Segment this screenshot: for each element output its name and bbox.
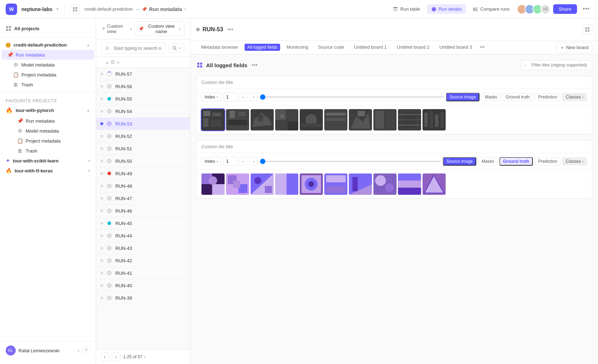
compare-runs-btn[interactable]: Compare runs [469, 4, 514, 14]
prev-img-1[interactable]: ‹ [238, 93, 247, 101]
image-thumb-2-2[interactable] [226, 173, 249, 195]
more-options-btn[interactable]: ••• [580, 4, 592, 14]
next-img-2[interactable]: › [249, 157, 258, 166]
next-img-1[interactable]: › [249, 93, 258, 101]
run-table-btn[interactable]: Run table [389, 4, 424, 14]
sidebar-item-fav1-trash[interactable]: 🗑 Trash [1, 146, 94, 156]
filter-tiles-input[interactable] [521, 60, 592, 70]
sidebar-item-fav1-model-metadata[interactable]: ⚙ Model metadata [1, 126, 94, 136]
tab-monitoring[interactable]: Monitoring [282, 41, 313, 54]
search-options-btn[interactable]: ▾ [168, 44, 184, 53]
sidebar-item-run-metadata[interactable]: 📌 Run metadata [1, 50, 94, 60]
tab-untitled-board-2[interactable]: Untitled board 2 [392, 41, 435, 54]
run-row[interactable]: RUN-54 [96, 105, 190, 118]
image-thumb-1-4[interactable] [275, 109, 298, 130]
run-row[interactable]: RUN-45 [96, 217, 190, 230]
classes-dropdown-2[interactable]: Classes ▾ [562, 157, 587, 165]
source-image-tag-2[interactable]: Source image [443, 157, 476, 166]
sidebar-item-trash[interactable]: 🗑 Trash [1, 80, 94, 90]
run-row[interactable]: RUN-39 [96, 292, 190, 304]
sidebar-item-fav1-run-metadata[interactable]: 📌 Run metadata [1, 116, 94, 126]
image-thumb-2-7[interactable] [349, 173, 372, 195]
sidebar-item-fav1-project-metadata[interactable]: 📋 Project metadata [1, 136, 94, 146]
run-row[interactable]: RUN-57 [96, 68, 190, 80]
ground-truth-tag-1[interactable]: Ground truth [503, 93, 533, 101]
run-row[interactable]: RUN-41 [96, 267, 190, 279]
image-thumb-1-6[interactable] [324, 109, 347, 130]
image-thumb-2-5[interactable] [300, 173, 323, 195]
index-value-2[interactable] [224, 157, 236, 166]
image-thumb-1-7[interactable] [349, 109, 372, 130]
run-row[interactable]: RUN-48 [96, 180, 190, 192]
image-thumb-1-1[interactable] [201, 109, 225, 130]
tab-metadata-browser[interactable]: Metadata browser [196, 41, 243, 54]
run-row[interactable]: RUN-55 [96, 93, 190, 105]
sidebar-divider-2 [0, 92, 96, 93]
page-chevron-icon[interactable]: ▾ [184, 7, 186, 11]
image-thumb-2-1[interactable] [201, 173, 225, 195]
sidebar-item-model-metadata[interactable]: ⚙ Model metadata [1, 60, 94, 70]
tab-untitled-board-1[interactable]: Untitled board 1 [349, 41, 392, 54]
image-thumb-1-9[interactable] [398, 109, 421, 130]
tab-source-code[interactable]: Source code [313, 41, 349, 54]
layout-toggle-btn[interactable] [70, 4, 80, 14]
logged-fields-content: All logged fields ••• ⌕ Custom tile titl… [190, 54, 598, 364]
section-menu-btn[interactable]: ••• [250, 61, 259, 69]
source-image-tag-1[interactable]: Source image [446, 93, 479, 101]
run-options-btn[interactable]: ••• [226, 26, 235, 33]
run-row[interactable]: RUN-46 [96, 205, 190, 217]
image-thumb-2-8[interactable] [373, 173, 397, 195]
grid-view-btn[interactable] [582, 25, 592, 34]
run-row[interactable]: RUN-42 [96, 255, 190, 267]
image-thumb-1-2[interactable] [226, 109, 249, 130]
prev-img-2[interactable]: ‹ [238, 157, 247, 166]
run-row[interactable]: RUN-52 [96, 130, 190, 143]
search-input[interactable] [102, 42, 166, 54]
image-thumb-2-10[interactable] [423, 173, 446, 195]
tab-untitled-board-3[interactable]: Untitled board 3 [434, 41, 477, 54]
run-row[interactable]: RUN-50 [96, 155, 190, 167]
image-thumb-1-3[interactable] [251, 109, 274, 130]
run-row[interactable]: RUN-49 [96, 167, 190, 180]
run-row-active[interactable]: RUN-53 [96, 118, 190, 130]
tab-more-btn[interactable]: ••• [477, 41, 488, 54]
run-row[interactable]: RUN-51 [96, 143, 190, 155]
prediction-tag-1[interactable]: Prediction [535, 93, 560, 101]
new-board-btn[interactable]: ＋ New board [556, 42, 592, 53]
run-row[interactable]: RUN-44 [96, 230, 190, 242]
masks-tag-1[interactable]: Masks [482, 93, 500, 101]
image-thumb-2-4[interactable] [275, 173, 298, 195]
next-page-btn[interactable]: › [112, 353, 120, 361]
fav-project-1-header[interactable]: 🔥 tour-with-pytorch ▲ [0, 105, 96, 116]
ground-truth-tag-2[interactable]: Ground truth [499, 157, 533, 166]
run-row[interactable]: RUN-40 [96, 279, 190, 292]
run-row[interactable]: RUN-56 [96, 80, 190, 93]
image-thumb-2-9[interactable] [398, 173, 421, 195]
index-select-1[interactable]: Index ▾ [201, 93, 221, 101]
custom-view-name-btn[interactable]: 📌 Custom view name ▾ [135, 21, 184, 36]
img-slider-2[interactable] [260, 161, 441, 162]
index-value-1[interactable] [224, 92, 236, 102]
image-thumb-2-6[interactable] [324, 173, 347, 195]
run-row[interactable]: RUN-47 [96, 192, 190, 205]
sidebar-item-project-metadata[interactable]: 📋 Project metadata [1, 70, 94, 80]
image-thumb-1-10[interactable] [423, 109, 446, 130]
prediction-tag-2[interactable]: Prediction [535, 157, 560, 165]
run-row[interactable]: RUN-43 [96, 242, 190, 255]
all-projects-header[interactable]: All projects [0, 23, 96, 34]
share-button[interactable]: Share [553, 4, 577, 14]
masks-tag-2[interactable]: Masks [478, 157, 497, 165]
image-thumb-1-5[interactable] [300, 109, 323, 130]
image-thumb-1-8[interactable] [373, 109, 397, 130]
prev-page-btn[interactable]: ‹ [100, 353, 109, 361]
main-project-header[interactable]: credit-default-prediction ▲ [0, 40, 96, 50]
image-thumb-2-3[interactable] [251, 173, 274, 195]
classes-dropdown-1[interactable]: Classes ▾ [562, 93, 587, 101]
help-btn[interactable]: ? [82, 347, 90, 354]
run-details-btn[interactable]: Run details [427, 4, 466, 14]
fav-project-2-header[interactable]: ✦ tour-with-scikit-learn ▾ [0, 156, 96, 166]
tab-all-logged-fields[interactable]: All logged fields [245, 42, 280, 53]
img-slider-1[interactable] [260, 96, 444, 98]
fav-project-3-header[interactable]: 🔥 tour-with-tf-keras ▾ [0, 166, 96, 176]
index-select-2[interactable]: Index ▾ [201, 157, 221, 166]
